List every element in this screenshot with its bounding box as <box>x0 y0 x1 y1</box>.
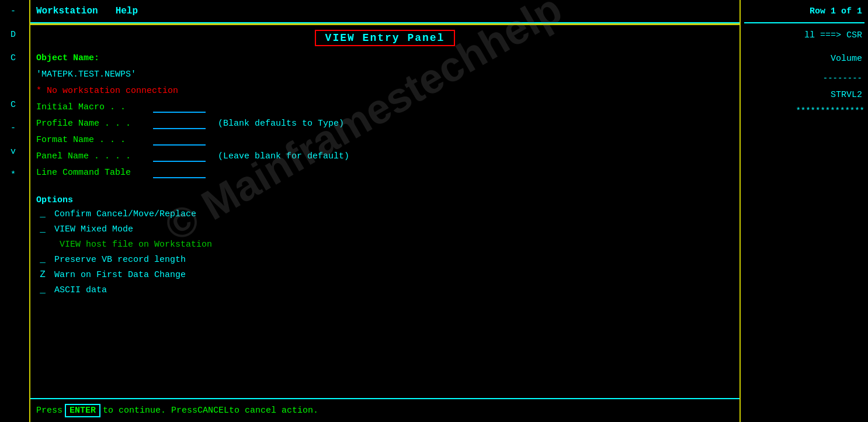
main-area: Workstation Help VIEW Entry Panel Object… <box>30 0 739 422</box>
left-letter-8: * <box>0 164 29 187</box>
menubar: Workstation Help <box>30 0 739 23</box>
no-workstation-msg: * No workstation connection <box>36 86 178 96</box>
field-input-3[interactable] <box>153 151 206 162</box>
row-info-text: Row 1 of 1 <box>810 6 862 16</box>
bottom-bar: Press ENTER to continue. Press CANCEL to… <box>30 398 739 422</box>
press-text-3: to cancel action. <box>229 406 318 416</box>
no-workstation-row: * No workstation connection <box>36 85 734 102</box>
dashes-text: -------- <box>823 74 862 83</box>
option-label-1: VIEW Mixed Mode <box>49 224 133 234</box>
field-label-0: Initial Macro . . <box>36 102 153 112</box>
left-letter-11 <box>0 234 29 257</box>
option-toggle-4[interactable]: Z <box>36 269 49 280</box>
left-column: - D C C - v * <box>0 0 30 422</box>
option-label-0: Confirm Cancel/Move/Replace <box>49 209 196 219</box>
field-input-1[interactable] <box>153 119 206 129</box>
left-letter-3: C <box>0 47 29 70</box>
option-toggle-2[interactable] <box>36 239 49 250</box>
left-letter-6: - <box>0 117 29 140</box>
left-letter-12 <box>0 257 29 281</box>
field-row-1: Profile Name . . . (Blank defaults to Ty… <box>36 118 734 134</box>
strvl2-text: STRVL2 <box>831 90 862 100</box>
left-letter-1: - <box>0 0 29 23</box>
left-letter-5: C <box>0 94 29 117</box>
object-name-label: Object Name: <box>36 53 99 63</box>
field-row-0: Initial Macro . . <box>36 102 734 118</box>
option-toggle-3[interactable]: _ <box>36 254 49 265</box>
field-input-4[interactable] <box>153 168 206 178</box>
content-area: Object Name: 'MATEPK.TEST.NEWPS' * No wo… <box>30 49 739 398</box>
object-name-row: Object Name: <box>36 53 734 69</box>
field-label-4: Line Command Table <box>36 168 153 178</box>
left-letter-14 <box>0 304 29 327</box>
cancel-button[interactable]: CANCEL <box>197 406 229 416</box>
enter-button[interactable]: ENTER <box>65 404 100 417</box>
left-letter-16 <box>0 351 29 374</box>
options-heading: Options <box>36 192 734 206</box>
option-label-2: VIEW host file on Workstation <box>49 240 212 250</box>
field-label-3: Panel Name . . . . <box>36 151 153 161</box>
option-row-5: _ ASCII data <box>36 282 734 298</box>
left-letter-9 <box>0 187 29 210</box>
menu-workstation[interactable]: Workstation <box>36 6 98 16</box>
field-input-0[interactable] <box>153 102 206 113</box>
option-label-5: ASCII data <box>49 285 107 295</box>
field-input-2[interactable] <box>153 135 206 146</box>
object-value: 'MATEPK.TEST.NEWPS' <box>36 70 136 79</box>
option-row-2: VIEW host file on Workstation <box>36 237 734 252</box>
field-label-1: Profile Name . . . <box>36 119 153 129</box>
left-letter-17 <box>0 374 29 397</box>
field-row-4: Line Command Table <box>36 167 734 184</box>
left-letter-10 <box>0 210 29 234</box>
field-hint-3: (Leave blank for default) <box>213 151 349 161</box>
screen: - D C C - v * Workstation Help VIEW Entr… <box>0 0 868 422</box>
volume-label: Volume <box>744 47 864 70</box>
gap-1 <box>36 184 734 192</box>
option-label-4: Warn on First Data Change <box>49 270 186 280</box>
object-value-row: 'MATEPK.TEST.NEWPS' <box>36 69 734 85</box>
left-letter-4 <box>0 70 29 94</box>
scroll-info: ll ===> CSR <box>744 23 864 47</box>
press-text-1: Press <box>36 406 63 416</box>
stars-text: ************** <box>796 106 864 116</box>
stars-row: ************** <box>744 103 864 119</box>
left-letter-7: v <box>0 140 29 164</box>
left-letter-2: D <box>0 23 29 47</box>
left-letter-13 <box>0 281 29 304</box>
option-toggle-5[interactable]: _ <box>36 285 49 295</box>
option-toggle-0[interactable]: _ <box>36 209 49 219</box>
left-letter-18 <box>0 397 29 421</box>
field-hint-1: (Blank defaults to Type) <box>213 119 344 129</box>
option-row-3: _ Preserve VB record length <box>36 252 734 267</box>
scroll-info-text: ll ===> CSR <box>804 30 862 40</box>
row-info: Row 1 of 1 <box>744 0 864 23</box>
menu-help[interactable]: Help <box>116 6 138 16</box>
right-column: Row 1 of 1 ll ===> CSR Volume -------- S… <box>739 0 868 422</box>
volume-label-text: Volume <box>831 54 862 64</box>
dashes-row: -------- <box>744 70 864 87</box>
field-row-2: Format Name . . . <box>36 134 734 151</box>
field-row-3: Panel Name . . . . (Leave blank for defa… <box>36 151 734 167</box>
press-text-2: to continue. Press <box>103 406 197 416</box>
option-row-0: _ Confirm Cancel/Move/Replace <box>36 206 734 222</box>
title-row: VIEW Entry Panel <box>30 25 739 49</box>
panel-title: VIEW Entry Panel <box>315 30 456 46</box>
option-row-1: _ VIEW Mixed Mode <box>36 222 734 237</box>
strvl2-row: STRVL2 <box>744 87 864 103</box>
option-label-3: Preserve VB record length <box>49 255 186 265</box>
left-letter-15 <box>0 327 29 351</box>
option-toggle-1[interactable]: _ <box>36 224 49 234</box>
option-row-4: Z Warn on First Data Change <box>36 267 734 282</box>
field-label-2: Format Name . . . <box>36 135 153 145</box>
